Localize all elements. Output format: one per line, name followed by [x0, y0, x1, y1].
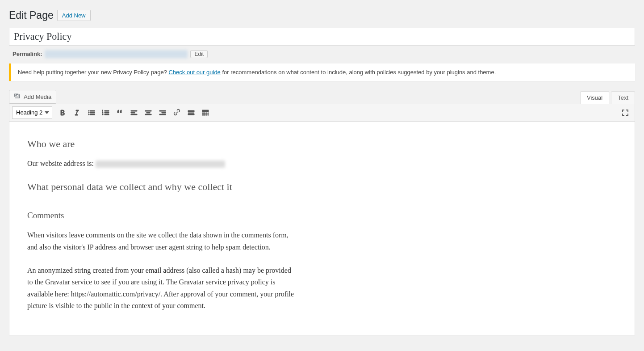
notice-text-before: Need help putting together your new Priv…: [18, 69, 168, 76]
notice-text-after: for recommendations on what content to i…: [221, 69, 496, 76]
paragraph-website-address: Our website address is:: [27, 158, 295, 169]
permalink-label: Permalink:: [13, 51, 42, 57]
heading-who-we-are: Who we are: [27, 138, 295, 150]
page-title: Edit Page: [9, 9, 54, 22]
align-center-button[interactable]: [142, 106, 155, 119]
toolbar-toggle-button[interactable]: [199, 106, 212, 119]
read-more-button[interactable]: [184, 106, 198, 119]
editor-toolbar: Heading 2: [9, 104, 635, 122]
add-new-button[interactable]: Add New: [57, 10, 91, 21]
link-button[interactable]: [170, 106, 184, 119]
format-select[interactable]: Heading 2: [12, 106, 52, 119]
edit-permalink-button[interactable]: Edit: [190, 50, 208, 58]
blockquote-button[interactable]: [113, 106, 126, 119]
align-right-button[interactable]: [156, 106, 169, 119]
numbered-list-button[interactable]: [99, 106, 112, 119]
permalink-row: Permalink: Edit: [9, 46, 635, 63]
post-title-input[interactable]: [9, 28, 635, 46]
privacy-policy-notice: Need help putting together your new Priv…: [9, 63, 635, 81]
editor: Heading 2 Who we are Our website address…: [9, 104, 635, 335]
add-media-label: Add Media: [24, 93, 51, 100]
align-left-button[interactable]: [127, 106, 141, 119]
notice-guide-link[interactable]: Check out our guide: [168, 69, 220, 76]
editor-content[interactable]: Who we are Our website address is: What …: [9, 122, 313, 335]
paragraph-comments-1: When visitors leave comments on the site…: [27, 229, 295, 253]
paragraph-comments-2: An anonymized string created from your e…: [27, 265, 295, 312]
bullet-list-button[interactable]: [84, 106, 98, 119]
permalink-url-redacted: [45, 50, 188, 58]
heading-what-personal-data: What personal data we collect and why we…: [27, 181, 295, 193]
media-icon: [14, 93, 21, 101]
bold-button[interactable]: [56, 106, 69, 119]
italic-button[interactable]: [70, 106, 84, 119]
tab-visual[interactable]: Visual: [580, 91, 609, 104]
add-media-button[interactable]: Add Media: [9, 90, 56, 104]
tab-text[interactable]: Text: [611, 91, 635, 104]
website-address-redacted: [96, 161, 225, 168]
fullscreen-button[interactable]: [619, 106, 632, 119]
heading-comments: Comments: [27, 211, 295, 220]
